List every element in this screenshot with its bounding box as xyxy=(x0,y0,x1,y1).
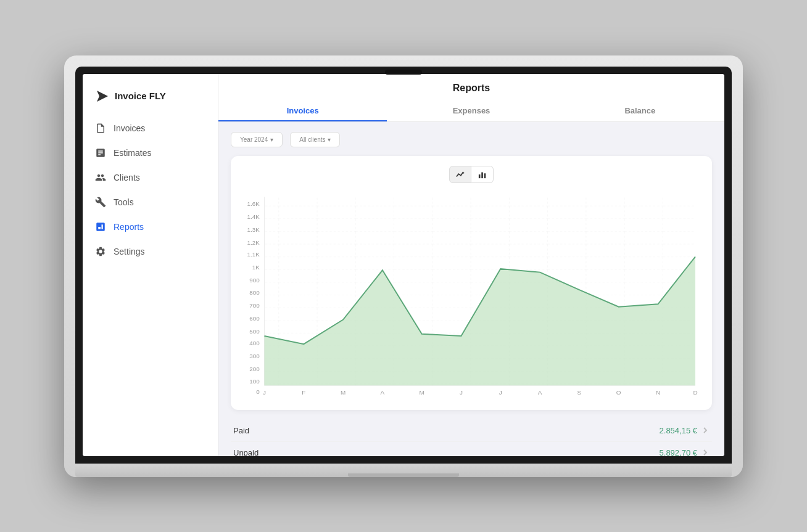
unpaid-value: 5.892,70 € xyxy=(660,448,697,456)
svg-text:700: 700 xyxy=(249,301,260,308)
sidebar-label-invoices: Invoices xyxy=(114,123,145,133)
tab-invoices[interactable]: Invoices xyxy=(218,100,387,121)
svg-rect-1 xyxy=(478,174,480,178)
svg-text:S: S xyxy=(577,388,582,395)
camera-notch xyxy=(385,70,422,75)
svg-rect-2 xyxy=(481,172,483,178)
svg-text:A: A xyxy=(538,388,542,395)
tab-expenses[interactable]: Expenses xyxy=(387,100,555,121)
app-name: Invoice FLY xyxy=(115,91,166,101)
svg-text:D: D xyxy=(693,388,697,395)
paid-label: Paid xyxy=(233,426,249,435)
svg-text:200: 200 xyxy=(249,366,260,372)
svg-text:1.3K: 1.3K xyxy=(247,226,260,232)
summary-row-unpaid: Unpaid 5.892,70 € xyxy=(231,442,712,456)
svg-text:400: 400 xyxy=(249,340,260,346)
sidebar-label-clients: Clients xyxy=(114,173,140,182)
chart-toggle xyxy=(241,166,702,183)
year-filter-button[interactable]: Year 2024 ▾ xyxy=(231,132,283,147)
svg-text:J: J xyxy=(460,388,463,395)
content-area: Year 2024 ▾ All clients ▾ xyxy=(218,122,724,456)
sidebar-item-estimates[interactable]: Estimates xyxy=(83,141,218,165)
sidebar-label-tools: Tools xyxy=(114,197,134,207)
paid-chevron-icon[interactable] xyxy=(701,426,710,435)
bar-chart-button[interactable] xyxy=(471,166,494,183)
svg-text:800: 800 xyxy=(249,289,260,295)
paid-value-row: 2.854,15 € xyxy=(660,426,710,435)
page-title-bar: Reports Invoices Expenses Balance xyxy=(218,74,724,122)
svg-text:500: 500 xyxy=(249,327,260,334)
sidebar-item-settings[interactable]: Settings xyxy=(83,239,218,264)
svg-text:600: 600 xyxy=(249,314,260,321)
svg-text:1K: 1K xyxy=(252,264,260,271)
svg-text:J: J xyxy=(263,388,266,395)
svg-text:1.4K: 1.4K xyxy=(247,213,260,219)
logo-area: Invoice FLY xyxy=(83,84,218,116)
tabs-row: Invoices Expenses Balance xyxy=(218,100,724,121)
svg-text:1.6K: 1.6K xyxy=(247,200,260,207)
laptop-frame: Invoice FLY Invoices Estimates xyxy=(64,55,743,477)
unpaid-label: Unpaid xyxy=(233,448,259,456)
invoice-icon xyxy=(95,123,106,134)
svg-text:300: 300 xyxy=(249,353,260,359)
summary-row-paid: Paid 2.854,15 € xyxy=(231,420,712,442)
tab-balance[interactable]: Balance xyxy=(556,100,724,121)
svg-text:F: F xyxy=(302,388,305,395)
svg-text:M: M xyxy=(420,388,424,395)
reports-icon xyxy=(95,221,106,232)
svg-text:100: 100 xyxy=(249,378,260,385)
sidebar: Invoice FLY Invoices Estimates xyxy=(83,74,218,456)
svg-text:A: A xyxy=(381,388,385,395)
screen-bezel: Invoice FLY Invoices Estimates xyxy=(75,67,732,464)
chart-card: 1.6K 1.4K 1.3K 1.2K 1.1K 1K 900 800 700 … xyxy=(231,156,712,410)
sidebar-label-reports: Reports xyxy=(114,222,144,232)
sidebar-label-settings: Settings xyxy=(114,247,145,256)
svg-text:900: 900 xyxy=(249,277,260,284)
chart-svg: 1.6K 1.4K 1.3K 1.2K 1.1K 1K 900 800 700 … xyxy=(241,190,702,400)
laptop-base xyxy=(75,464,732,477)
svg-text:J: J xyxy=(499,388,502,395)
svg-text:M: M xyxy=(341,388,346,395)
logo-icon xyxy=(95,89,110,104)
svg-text:N: N xyxy=(656,388,660,395)
chart-container: 1.6K 1.4K 1.3K 1.2K 1.1K 1K 900 800 700 … xyxy=(241,190,702,400)
estimates-icon xyxy=(95,147,106,158)
svg-text:O: O xyxy=(616,388,621,395)
sidebar-item-invoices[interactable]: Invoices xyxy=(83,116,218,141)
sidebar-item-reports[interactable]: Reports xyxy=(83,215,218,239)
page-title: Reports xyxy=(218,83,724,100)
clients-icon xyxy=(95,172,106,183)
filters-row: Year 2024 ▾ All clients ▾ xyxy=(231,132,712,147)
main-content: Reports Invoices Expenses Balance xyxy=(218,74,724,456)
laptop-screen: Invoice FLY Invoices Estimates xyxy=(83,74,724,456)
svg-rect-3 xyxy=(484,173,486,178)
summary-section: Paid 2.854,15 € Unpaid 5.892,7 xyxy=(231,420,712,456)
paid-value: 2.854,15 € xyxy=(660,426,697,435)
settings-icon xyxy=(95,246,106,257)
sidebar-label-estimates: Estimates xyxy=(114,148,151,158)
unpaid-value-row: 5.892,70 € xyxy=(660,448,710,456)
sidebar-item-clients[interactable]: Clients xyxy=(83,165,218,190)
svg-marker-0 xyxy=(97,91,108,102)
unpaid-chevron-icon[interactable] xyxy=(701,448,710,456)
sidebar-item-tools[interactable]: Tools xyxy=(83,190,218,215)
line-chart-button[interactable] xyxy=(449,166,471,183)
svg-text:0: 0 xyxy=(256,388,260,395)
svg-text:1.1K: 1.1K xyxy=(247,251,260,258)
svg-text:1.2K: 1.2K xyxy=(247,239,260,245)
clients-filter-button[interactable]: All clients ▾ xyxy=(290,132,340,147)
tools-icon xyxy=(95,197,106,208)
